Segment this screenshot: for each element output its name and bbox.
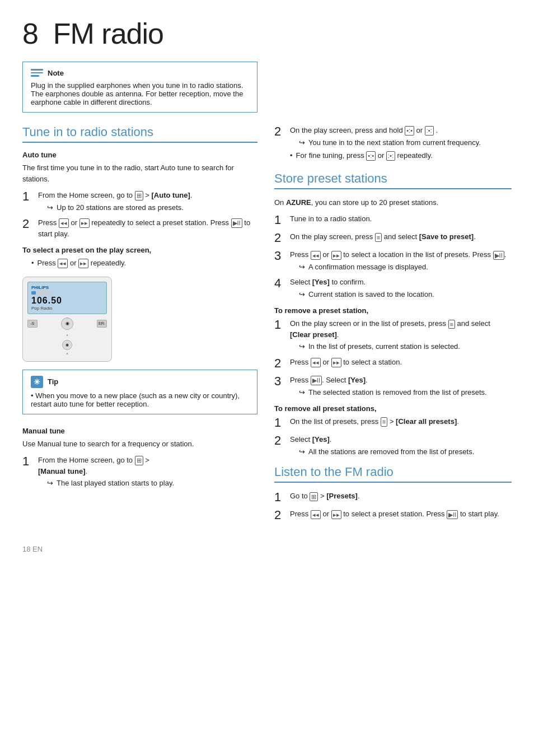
step-item: 3 Press ◂◂ or ▸▸ to select a location in… [274, 249, 512, 272]
step-arrow: ↪ The selected station is removed from t… [299, 387, 487, 398]
step-item: 4 Select [Yes] to confirm. ↪ Current sta… [274, 277, 512, 300]
remove-all-label: To remove all preset stations, [274, 404, 512, 413]
store-preset-intro: On AZURE, you can store up to 20 preset … [274, 197, 512, 208]
remove-preset-steps: 1 On the play screen or in the list of p… [274, 318, 512, 398]
note-content: Plug in the supplied earphones when you … [31, 81, 249, 106]
home-icon2: ⊞ [135, 456, 143, 465]
step-item: 2 On the play screen, press and hold •:•… [274, 125, 512, 161]
play-pause-icon3: ▶II [311, 376, 322, 385]
tip-box: ✳ Tip • When you move to a new place (su… [22, 370, 257, 414]
listen-fm-steps: 1 Go to ⊞ > [Presets]. 2 Press ◂◂ or ▸▸ … [274, 491, 512, 522]
note-box: Note Plug in the supplied earphones when… [22, 62, 257, 113]
step-item: 2 Press ◂◂ or ▸▸ to select a preset stat… [274, 508, 512, 522]
step-item: 1 On the play screen or in the list of p… [274, 318, 512, 352]
dot-icon4: :•: [386, 151, 395, 160]
step-arrow: ↪ A confirmation message is displayed. [299, 262, 506, 273]
tip-header: ✳ Tip [31, 376, 249, 388]
manual-tune-steps: 1 From the Home screen, go to ⊞ > [Manua… [22, 455, 257, 489]
select-preset-bullet: • Press ◂◂ or ▸▸ repeatedly. [31, 258, 257, 269]
play-screen-steps: 2 On the play screen, press and hold •:•… [274, 125, 512, 161]
step-item: 1 On the list of presets, press ≡ > [Cle… [274, 416, 512, 430]
step-item: 2 Select [Yes]. ↪ All the stations are r… [274, 434, 512, 457]
play-pause-icon2: ▶II [493, 251, 504, 260]
left-column: Tune in to radio stations Auto tune The … [22, 125, 257, 528]
play-pause-icon4: ▶II [447, 510, 458, 519]
step-arrow: ↪ Current station is saved to the locati… [299, 289, 434, 300]
prev-icon2: ◂◂ [311, 251, 321, 260]
chapter-title: 8 FM radio [22, 17, 512, 50]
auto-tune-steps: 1 From the Home screen, go to ⊞ > [Auto … [22, 190, 257, 239]
next-icon2: ▸▸ [331, 251, 341, 260]
play-pause-icon: ▶II [231, 218, 242, 227]
device-illustration: PHILIPS 106.50 Pop Radio -S ◉ ER- [22, 277, 257, 362]
prev-icon4: ◂◂ [311, 510, 321, 519]
next-icon4: ▸▸ [331, 510, 341, 519]
note-icon [31, 68, 43, 78]
step-item: 1 From the Home screen, go to ⊞ > [Auto … [22, 190, 257, 213]
dot-icon1: •:• [405, 126, 414, 135]
menu-icon3: ≡ [381, 417, 387, 426]
footer: 18 EN [22, 545, 512, 553]
auto-tune-intro: The first time you tune in to the radio,… [22, 162, 257, 184]
note-header: Note [31, 68, 249, 78]
store-preset-steps: 1 Tune in to a radio station. 2 On the p… [274, 213, 512, 300]
step-arrow: ↪ All the stations are removed from the … [299, 446, 474, 458]
step-item: 1 Go to ⊞ > [Presets]. [274, 491, 512, 504]
step-item: 2 Press ◂◂ or ▸▸ repeatedly to select a … [22, 217, 257, 239]
step-item: 2 On the play screen, press ≡ and select… [274, 231, 512, 245]
next-nav-icon: ▸▸ [79, 218, 90, 227]
auto-tune-subtitle: Auto tune [22, 151, 257, 159]
next-icon3: ▸▸ [331, 358, 341, 367]
remove-preset-label: To remove a preset station, [274, 306, 512, 315]
prev-nav-icon: ◂◂ [59, 218, 69, 227]
menu-icon: ≡ [375, 233, 382, 242]
tip-icon: ✳ [31, 376, 43, 388]
tune-section-title: Tune in to radio stations [22, 125, 257, 143]
prev-icon-small: ◂◂ [58, 259, 68, 268]
listen-fm-title: Listen to the FM radio [274, 465, 512, 483]
step-arrow: ↪ In the list of presets, current statio… [299, 341, 512, 352]
right-column: 2 On the play screen, press and hold •:•… [274, 125, 512, 528]
step-arrow: ↪ You tune in to the next station from c… [299, 137, 481, 148]
home-icon: ⊞ [135, 191, 143, 200]
step-item: 2 Press ◂◂ or ▸▸ to select a station. [274, 357, 512, 370]
home-icon3: ⊞ [310, 492, 318, 501]
step-item: 1 From the Home screen, go to ⊞ > [Manua… [22, 455, 257, 489]
prev-icon3: ◂◂ [311, 358, 321, 367]
tip-content: • When you move to a new place (such as … [31, 391, 249, 408]
next-icon-small: ▸▸ [78, 259, 88, 268]
step-item: 1 Tune in to a radio station. [274, 213, 512, 227]
step-arrow: ↪ Up to 20 stations are stored as preset… [47, 202, 192, 213]
remove-all-steps: 1 On the list of presets, press ≡ > [Cle… [274, 416, 512, 457]
dot-icon2: :•: [425, 126, 434, 135]
manual-tune-subtitle: Manual tune [22, 427, 257, 435]
dot-icon3: •:• [366, 151, 376, 160]
select-preset-label: To select a preset on the play screen, [22, 246, 257, 254]
store-preset-title: Store preset stations [274, 171, 512, 189]
menu-icon2: ≡ [448, 320, 455, 329]
step-item: 3 Press ▶II. Select [Yes]. ↪ The selecte… [274, 375, 512, 398]
manual-tune-intro: Use Manual tune to search for a frequenc… [22, 438, 257, 450]
fine-tune-bullet: • For fine tuning, press •:• or :•: repe… [290, 150, 481, 161]
step-arrow: ↪ The last played station starts to play… [47, 478, 174, 489]
